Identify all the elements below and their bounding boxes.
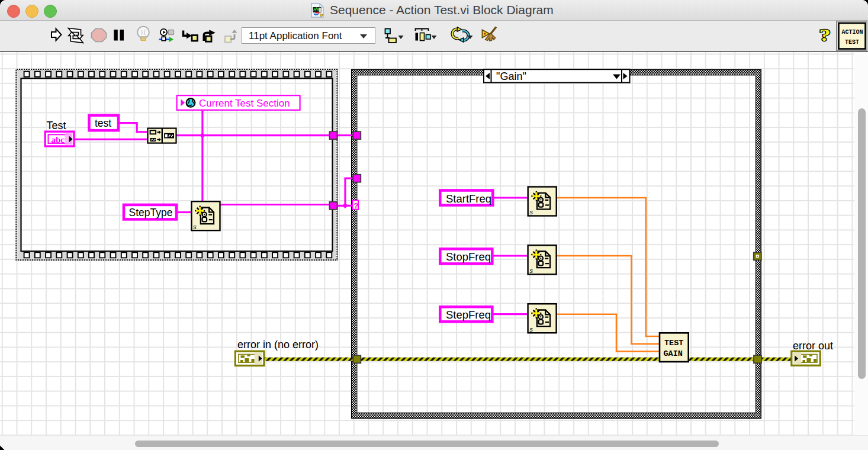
svg-text:abc: abc [52,135,65,144]
svg-text:?: ? [819,25,831,44]
svg-text:StepType: StepType [129,207,173,218]
svg-text:StartFreq: StartFreq [446,192,491,205]
svg-text:ACTION: ACTION [842,29,863,36]
svg-text:error in (no error): error in (no error) [237,339,319,351]
svg-text:Test: Test [47,120,66,131]
svg-text:StopFreq: StopFreq [446,250,491,263]
svg-text:Current Test Section: Current Test Section [199,98,290,109]
svg-text:StepFreq: StepFreq [446,308,491,321]
svg-text:error out: error out [793,340,833,352]
svg-text:"Gain": "Gain" [496,70,526,82]
svg-text:TEST: TEST [664,339,683,348]
svg-text:?: ? [353,201,358,210]
svg-text:test: test [95,117,111,129]
svg-text:GAIN: GAIN [664,349,683,358]
svg-text:TEST: TEST [845,39,859,46]
